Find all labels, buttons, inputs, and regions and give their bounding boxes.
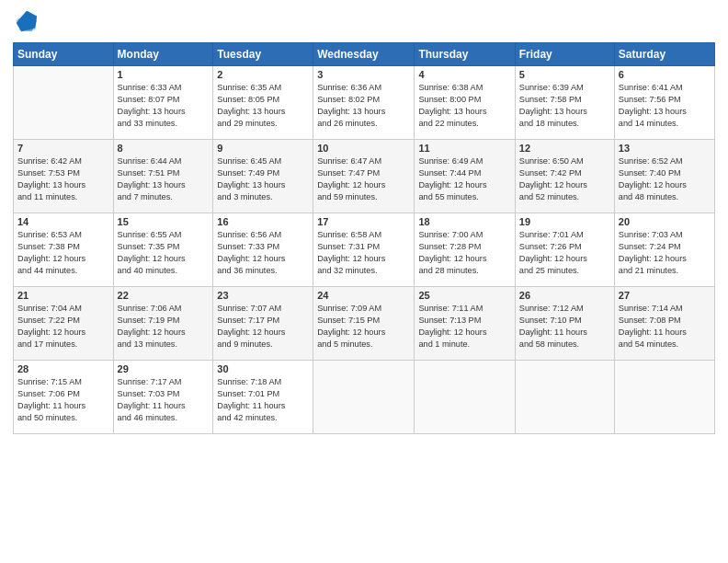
day-info: Sunrise: 6:53 AM Sunset: 7:38 PM Dayligh… (17, 229, 109, 277)
calendar-cell: 1Sunrise: 6:33 AM Sunset: 8:07 PM Daylig… (113, 66, 213, 140)
day-info: Sunrise: 7:15 AM Sunset: 7:06 PM Dayligh… (17, 376, 109, 424)
day-number: 22 (118, 290, 210, 301)
week-row-5: 28Sunrise: 7:15 AM Sunset: 7:06 PM Dayli… (14, 361, 715, 434)
day-number: 5 (519, 69, 610, 80)
calendar-cell: 18Sunrise: 7:00 AM Sunset: 7:28 PM Dayli… (415, 213, 515, 287)
week-row-1: 1Sunrise: 6:33 AM Sunset: 8:07 PM Daylig… (14, 66, 715, 140)
day-number: 16 (217, 216, 309, 227)
logo-icon (13, 9, 39, 35)
day-number: 6 (619, 69, 711, 80)
calendar-cell: 17Sunrise: 6:58 AM Sunset: 7:31 PM Dayli… (313, 213, 415, 287)
calendar-cell: 20Sunrise: 7:03 AM Sunset: 7:24 PM Dayli… (614, 213, 714, 287)
calendar-cell: 27Sunrise: 7:14 AM Sunset: 7:08 PM Dayli… (614, 287, 714, 361)
day-info: Sunrise: 7:09 AM Sunset: 7:15 PM Dayligh… (317, 303, 410, 350)
day-info: Sunrise: 6:50 AM Sunset: 7:42 PM Dayligh… (519, 155, 610, 203)
calendar-cell: 24Sunrise: 7:09 AM Sunset: 7:15 PM Dayli… (313, 287, 415, 361)
weekday-header-friday: Friday (515, 43, 614, 66)
calendar-cell (614, 361, 714, 434)
calendar-cell: 22Sunrise: 7:06 AM Sunset: 7:19 PM Dayli… (113, 287, 213, 361)
day-number: 30 (217, 363, 309, 374)
logo (13, 9, 42, 35)
day-number: 12 (519, 143, 610, 154)
day-number: 13 (619, 143, 711, 154)
calendar-cell: 25Sunrise: 7:11 AM Sunset: 7:13 PM Dayli… (415, 287, 515, 361)
day-number: 21 (17, 290, 109, 301)
day-number: 9 (217, 143, 309, 154)
calendar-cell: 15Sunrise: 6:55 AM Sunset: 7:35 PM Dayli… (113, 213, 213, 287)
day-number: 2 (217, 69, 309, 80)
day-info: Sunrise: 7:06 AM Sunset: 7:19 PM Dayligh… (118, 303, 210, 350)
day-number: 14 (17, 216, 109, 227)
weekday-header-wednesday: Wednesday (313, 43, 415, 66)
day-number: 24 (317, 290, 410, 301)
day-info: Sunrise: 6:58 AM Sunset: 7:31 PM Dayligh… (317, 229, 410, 277)
week-row-4: 21Sunrise: 7:04 AM Sunset: 7:22 PM Dayli… (14, 287, 715, 361)
calendar-cell: 30Sunrise: 7:18 AM Sunset: 7:01 PM Dayli… (213, 361, 313, 434)
day-number: 20 (619, 216, 711, 227)
calendar-cell: 16Sunrise: 6:56 AM Sunset: 7:33 PM Dayli… (213, 213, 313, 287)
weekday-header-saturday: Saturday (614, 43, 714, 66)
day-info: Sunrise: 7:03 AM Sunset: 7:24 PM Dayligh… (619, 229, 711, 277)
calendar-cell: 28Sunrise: 7:15 AM Sunset: 7:06 PM Dayli… (14, 361, 114, 434)
week-row-2: 7Sunrise: 6:42 AM Sunset: 7:53 PM Daylig… (14, 140, 715, 213)
day-number: 27 (619, 290, 711, 301)
calendar-cell: 6Sunrise: 6:41 AM Sunset: 7:56 PM Daylig… (614, 66, 714, 140)
calendar-cell: 4Sunrise: 6:38 AM Sunset: 8:00 PM Daylig… (415, 66, 515, 140)
calendar-cell: 13Sunrise: 6:52 AM Sunset: 7:40 PM Dayli… (614, 140, 714, 213)
weekday-header-tuesday: Tuesday (213, 43, 313, 66)
day-number: 18 (418, 216, 510, 227)
header (13, 9, 715, 35)
day-info: Sunrise: 6:55 AM Sunset: 7:35 PM Dayligh… (118, 229, 210, 277)
day-info: Sunrise: 6:36 AM Sunset: 8:02 PM Dayligh… (317, 82, 410, 130)
day-info: Sunrise: 6:49 AM Sunset: 7:44 PM Dayligh… (418, 155, 510, 203)
day-info: Sunrise: 7:18 AM Sunset: 7:01 PM Dayligh… (217, 376, 309, 424)
day-info: Sunrise: 6:33 AM Sunset: 8:07 PM Dayligh… (118, 82, 210, 130)
calendar-cell: 8Sunrise: 6:44 AM Sunset: 7:51 PM Daylig… (113, 140, 213, 213)
calendar-cell: 21Sunrise: 7:04 AM Sunset: 7:22 PM Dayli… (14, 287, 114, 361)
day-number: 8 (118, 143, 210, 154)
calendar-cell: 10Sunrise: 6:47 AM Sunset: 7:47 PM Dayli… (313, 140, 415, 213)
weekday-header-sunday: Sunday (14, 43, 114, 66)
calendar-cell: 19Sunrise: 7:01 AM Sunset: 7:26 PM Dayli… (515, 213, 614, 287)
calendar-cell: 26Sunrise: 7:12 AM Sunset: 7:10 PM Dayli… (515, 287, 614, 361)
day-number: 25 (418, 290, 510, 301)
weekday-header-monday: Monday (113, 43, 213, 66)
day-number: 26 (519, 290, 610, 301)
calendar-cell: 14Sunrise: 6:53 AM Sunset: 7:38 PM Dayli… (14, 213, 114, 287)
day-number: 19 (519, 216, 610, 227)
day-info: Sunrise: 6:39 AM Sunset: 7:58 PM Dayligh… (519, 82, 610, 130)
calendar-cell: 12Sunrise: 6:50 AM Sunset: 7:42 PM Dayli… (515, 140, 614, 213)
day-info: Sunrise: 7:01 AM Sunset: 7:26 PM Dayligh… (519, 229, 610, 277)
calendar-cell (14, 66, 114, 140)
calendar-cell: 29Sunrise: 7:17 AM Sunset: 7:03 PM Dayli… (113, 361, 213, 434)
day-number: 3 (317, 69, 410, 80)
day-info: Sunrise: 6:44 AM Sunset: 7:51 PM Dayligh… (118, 155, 210, 203)
day-info: Sunrise: 7:17 AM Sunset: 7:03 PM Dayligh… (118, 376, 210, 424)
day-number: 1 (118, 69, 210, 80)
weekday-header-thursday: Thursday (415, 43, 515, 66)
day-info: Sunrise: 6:41 AM Sunset: 7:56 PM Dayligh… (619, 82, 711, 130)
calendar-cell (415, 361, 515, 434)
day-info: Sunrise: 6:45 AM Sunset: 7:49 PM Dayligh… (217, 155, 309, 203)
day-info: Sunrise: 7:11 AM Sunset: 7:13 PM Dayligh… (418, 303, 510, 350)
page: SundayMondayTuesdayWednesdayThursdayFrid… (0, 0, 728, 563)
day-number: 11 (418, 143, 510, 154)
day-number: 28 (17, 363, 109, 374)
calendar-cell: 5Sunrise: 6:39 AM Sunset: 7:58 PM Daylig… (515, 66, 614, 140)
day-number: 10 (317, 143, 410, 154)
day-info: Sunrise: 7:07 AM Sunset: 7:17 PM Dayligh… (217, 303, 309, 350)
calendar-cell: 23Sunrise: 7:07 AM Sunset: 7:17 PM Dayli… (213, 287, 313, 361)
calendar-table: SundayMondayTuesdayWednesdayThursdayFrid… (13, 42, 715, 434)
calendar-cell (515, 361, 614, 434)
day-info: Sunrise: 7:04 AM Sunset: 7:22 PM Dayligh… (17, 303, 109, 350)
weekday-header-row: SundayMondayTuesdayWednesdayThursdayFrid… (14, 43, 715, 66)
day-number: 17 (317, 216, 410, 227)
day-number: 23 (217, 290, 309, 301)
day-info: Sunrise: 7:00 AM Sunset: 7:28 PM Dayligh… (418, 229, 510, 277)
day-number: 29 (118, 363, 210, 374)
day-info: Sunrise: 6:35 AM Sunset: 8:05 PM Dayligh… (217, 82, 309, 130)
day-info: Sunrise: 7:12 AM Sunset: 7:10 PM Dayligh… (519, 303, 610, 350)
day-info: Sunrise: 6:56 AM Sunset: 7:33 PM Dayligh… (217, 229, 309, 277)
day-info: Sunrise: 6:38 AM Sunset: 8:00 PM Dayligh… (418, 82, 510, 130)
calendar-cell: 3Sunrise: 6:36 AM Sunset: 8:02 PM Daylig… (313, 66, 415, 140)
